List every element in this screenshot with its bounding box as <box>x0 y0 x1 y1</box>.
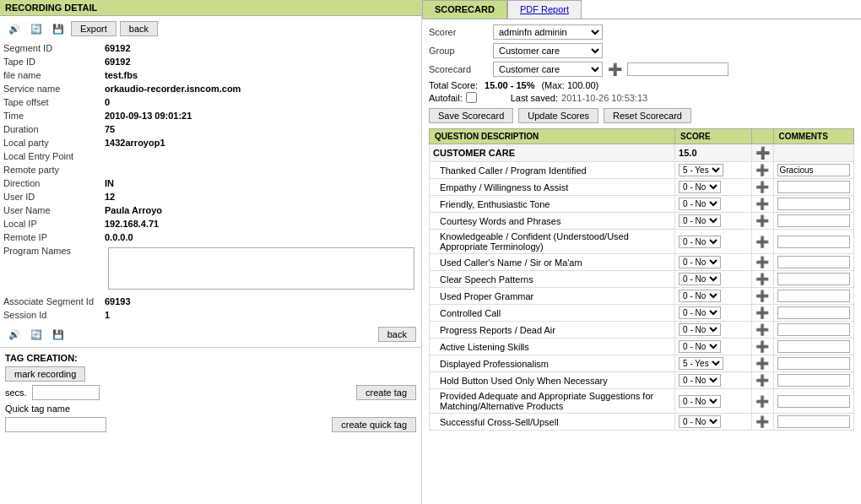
secs-label: secs. <box>5 387 27 398</box>
field-value: orkaudio-recorder.isncom.com <box>101 82 421 95</box>
scorecard-text-input[interactable] <box>627 62 728 76</box>
speaker-icon[interactable]: 🔊 <box>5 19 24 38</box>
refresh-icon-2[interactable]: 🔄 <box>27 325 46 344</box>
secs-row: secs. create tag <box>5 385 416 400</box>
tab-scorecard[interactable]: SCORECARD <box>422 0 507 19</box>
question-text: Clear Speech Patterns <box>430 271 675 288</box>
comment-input[interactable] <box>777 357 850 370</box>
refresh-icon[interactable]: 🔄 <box>27 19 46 38</box>
comment-input[interactable] <box>777 236 850 248</box>
score-select[interactable]: 0 - No <box>679 256 721 268</box>
category-comment <box>773 144 853 162</box>
scorer-row: Scorer adminfn adminin <box>429 24 854 40</box>
create-tag-button[interactable]: create tag <box>356 385 416 400</box>
scorer-select[interactable]: adminfn adminin <box>493 24 603 40</box>
secs-input[interactable] <box>32 385 100 400</box>
score-select[interactable]: 5 - Yes <box>679 357 723 370</box>
question-add-cell[interactable]: ➕ <box>751 372 773 389</box>
session-id-label: Session Id <box>0 308 101 322</box>
table-row: Used Caller's Name / Sir or Ma'am 0 - No… <box>430 254 854 271</box>
export-button[interactable]: Export <box>71 21 116 36</box>
question-add-cell[interactable]: ➕ <box>751 213 773 230</box>
comment-input[interactable] <box>777 395 850 408</box>
program-names-area[interactable] <box>108 247 414 290</box>
create-quick-tag-button[interactable]: create quick tag <box>332 417 416 432</box>
comment-input[interactable] <box>777 198 850 210</box>
question-add-cell[interactable]: ➕ <box>751 179 773 196</box>
question-add-cell[interactable]: ➕ <box>751 254 773 271</box>
score-select[interactable]: 0 - No <box>679 290 721 302</box>
question-score-cell: 0 - No <box>675 305 751 322</box>
score-select[interactable]: 0 - No <box>679 340 721 353</box>
question-add-cell[interactable]: ➕ <box>751 305 773 322</box>
scorer-label: Scorer <box>429 27 488 37</box>
question-add-cell[interactable]: ➕ <box>751 271 773 288</box>
table-row: Used Proper Grammar 0 - No ➕ <box>430 288 854 305</box>
question-add-cell[interactable]: ➕ <box>751 339 773 355</box>
comment-input[interactable] <box>777 415 850 428</box>
scorecard-select[interactable]: Customer care <box>493 62 603 77</box>
field-label: Local Entry Point <box>0 149 101 163</box>
save-icon[interactable]: 💾 <box>49 19 68 38</box>
recording-detail-header: RECORDING DETAIL <box>0 0 421 16</box>
question-add-cell[interactable]: ➕ <box>751 162 773 179</box>
questions-table: QUESTION DESCRIPTION SCORE COMMENTS CUST… <box>429 128 854 431</box>
left-panel: RECORDING DETAIL 🔊 🔄 💾 Export back Segme… <box>0 0 422 504</box>
score-select[interactable]: 0 - No <box>679 214 721 227</box>
question-add-cell[interactable]: ➕ <box>751 322 773 339</box>
info-row: Segment ID69192 <box>0 41 421 55</box>
update-scores-button[interactable]: Update Scores <box>518 108 598 123</box>
info-table: Segment ID69192Tape ID69192file nametest… <box>0 41 421 244</box>
speaker-icon-2[interactable]: 🔊 <box>5 325 24 344</box>
info-row: file nametest.fbs <box>0 68 421 82</box>
back-button-bottom[interactable]: back <box>378 327 416 342</box>
group-select[interactable]: Customer care <box>493 43 603 58</box>
table-row: Displayed Professionalism 5 - Yes ➕ <box>430 355 854 372</box>
question-add-cell[interactable]: ➕ <box>751 230 773 254</box>
field-value: 2010-09-13 09:01:21 <box>101 109 421 122</box>
score-select[interactable]: 0 - No <box>679 415 721 428</box>
comment-input[interactable] <box>777 181 850 193</box>
score-select[interactable]: 0 - No <box>679 306 721 319</box>
comment-input[interactable] <box>777 273 850 285</box>
score-select[interactable]: 5 - Yes <box>679 164 723 176</box>
comment-input[interactable] <box>777 306 850 319</box>
score-select[interactable]: 0 - No <box>679 273 721 285</box>
comment-input[interactable] <box>777 323 850 336</box>
field-label: file name <box>0 68 101 82</box>
save-scorecard-button[interactable]: Save Scorecard <box>429 108 513 123</box>
question-text: Active Listening Skills <box>430 339 675 355</box>
question-add-cell[interactable]: ➕ <box>751 288 773 305</box>
save-icon-2[interactable]: 💾 <box>49 325 68 344</box>
question-comment-cell <box>773 213 853 230</box>
comment-input[interactable] <box>777 374 850 387</box>
score-select[interactable]: 0 - No <box>679 198 721 210</box>
question-score-cell: 0 - No <box>675 414 751 431</box>
question-add-cell[interactable]: ➕ <box>751 355 773 372</box>
total-score-label: Total Score: <box>429 80 478 90</box>
question-score-cell: 5 - Yes <box>675 355 751 372</box>
tab-pdf-report[interactable]: PDF Report <box>507 0 582 19</box>
quick-tag-name-input[interactable] <box>5 417 106 432</box>
score-select[interactable]: 0 - No <box>679 374 721 387</box>
comment-input[interactable] <box>777 164 850 176</box>
question-score-cell: 0 - No <box>675 179 751 196</box>
question-add-cell[interactable]: ➕ <box>751 389 773 414</box>
comment-input[interactable] <box>777 340 850 353</box>
reset-scorecard-button[interactable]: Reset Scorecard <box>604 108 691 123</box>
back-button-top[interactable]: back <box>120 21 158 36</box>
category-add[interactable]: ➕ <box>751 144 773 162</box>
mark-recording-button[interactable]: mark recording <box>5 366 85 382</box>
score-select[interactable]: 0 - No <box>679 395 721 408</box>
score-select[interactable]: 0 - No <box>679 323 721 336</box>
score-select[interactable]: 0 - No <box>679 181 721 193</box>
autofail-checkbox[interactable] <box>466 92 477 103</box>
score-select[interactable]: 0 - No <box>679 236 721 248</box>
comment-input[interactable] <box>777 290 850 302</box>
add-scorecard-icon[interactable]: ➕ <box>608 62 622 76</box>
comment-input[interactable] <box>777 214 850 227</box>
question-add-cell[interactable]: ➕ <box>751 196 773 213</box>
col-header-question: QUESTION DESCRIPTION <box>430 129 675 144</box>
comment-input[interactable] <box>777 256 850 268</box>
question-add-cell[interactable]: ➕ <box>751 414 773 431</box>
